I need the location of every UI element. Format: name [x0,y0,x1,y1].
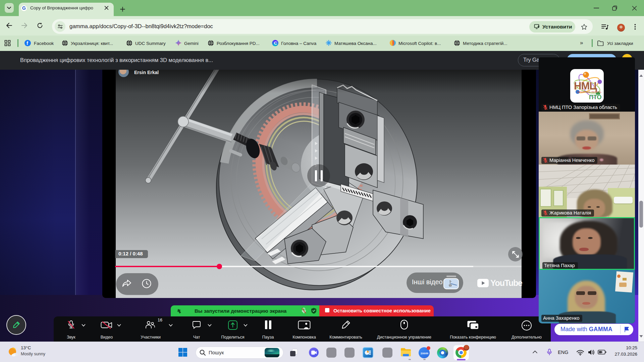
svg-text:ЗАПОРІЗЬКА ОБЛАСТЬ: ЗАПОРІЗЬКА ОБЛАСТЬ [577,91,601,93]
svg-text:НМЦ: НМЦ [574,80,597,92]
svg-text:ПТО: ПТО [589,94,602,101]
